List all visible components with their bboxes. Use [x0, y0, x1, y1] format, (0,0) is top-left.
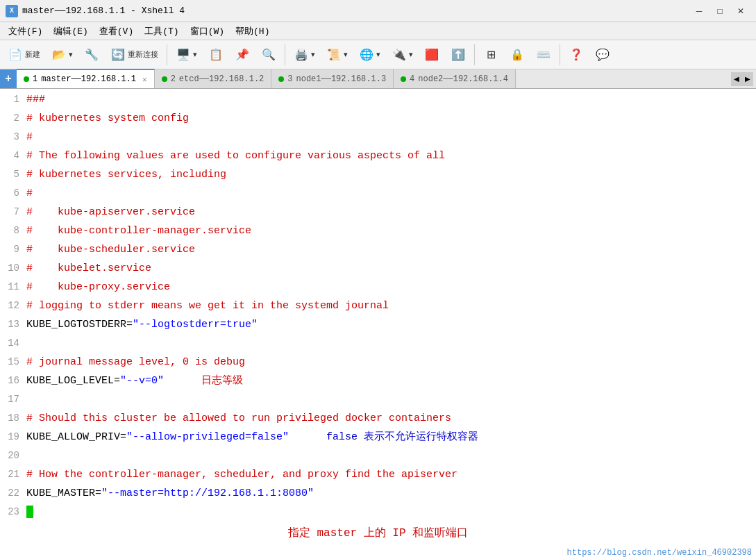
comment-text: # kube-apiserver.service [26, 206, 195, 218]
reconnect-button[interactable]: 🔄 重新连接 [106, 43, 163, 67]
tab-etcd[interactable]: 2 etcd——192.168.1.2 [155, 69, 272, 88]
bottom-annotation: 指定 master 上的 IP 和监听端口 [0, 522, 756, 544]
add-tab-button[interactable]: + [0, 69, 17, 88]
line-number: 2 [0, 109, 26, 128]
terminal[interactable]: 1###2# kubernetes system config3#4# The … [0, 89, 756, 546]
menu-edit[interactable]: 编辑(E) [48, 24, 93, 39]
minimize-button[interactable]: ─ [689, 3, 709, 19]
script-icon: 📜 [326, 47, 342, 62]
keyboard-icon: ⌨️ [536, 47, 551, 62]
find-icon: 🔍 [261, 47, 276, 62]
menu-window[interactable]: 窗口(W) [185, 24, 230, 39]
terminal-line: 22KUBE_MASTER="--master=http://192.168.1… [0, 484, 756, 503]
tab-next-button[interactable]: ▶ [742, 72, 753, 86]
line-content: # kubernetes system config [26, 109, 756, 128]
sftp-button[interactable]: 🟥 [419, 43, 444, 67]
line-number: 13 [0, 315, 26, 334]
comment-text: # kubelet.service [26, 262, 151, 274]
terminal-container: 1###2# kubernetes system config3#4# The … [0, 89, 756, 559]
line-content: # kube-apiserver.service [26, 203, 756, 222]
line-content: # kube-scheduler.service [26, 240, 756, 259]
line-number: 18 [0, 409, 26, 428]
tab-close-icon[interactable]: ✕ [142, 75, 147, 84]
line-number: 14 [0, 334, 26, 353]
comment-text: # kubernetes system config [26, 112, 189, 124]
copy-button[interactable]: 📋 [203, 43, 228, 67]
comment-text: # [26, 187, 33, 199]
line-number: 3 [0, 128, 26, 147]
script-button[interactable]: 📜 ▾ [321, 43, 353, 67]
app-icon: X [6, 5, 18, 17]
line-number: 12 [0, 297, 26, 315]
plugin-button[interactable]: 🔌 ▾ [387, 43, 418, 67]
comment-text: # kube-proxy.service [26, 281, 170, 293]
tab-label: master——192.168.1.1 [41, 74, 136, 84]
tab-node2[interactable]: 4 node2——192.168.1.4 [394, 69, 516, 88]
open-button[interactable]: 📂 ▾ [47, 43, 78, 67]
menu-file[interactable]: 文件(F) [3, 24, 48, 39]
comment-text: # kube-scheduler.service [26, 244, 195, 256]
value-text: "--master=http://192.168.1.1:8080" [101, 487, 314, 499]
terminal-line: 13KUBE_LOGTOSTDERR="--logtostderr=true" [0, 315, 756, 334]
find-button[interactable]: 🔍 [256, 43, 281, 67]
tab-dot [278, 76, 284, 82]
print-button[interactable]: 🖨️ ▾ [289, 43, 320, 67]
line-number: 10 [0, 259, 26, 278]
line-number: 15 [0, 353, 26, 372]
comment-text: # Should this cluster be allowed to run … [26, 412, 451, 424]
tab-node1[interactable]: 3 node1——192.168.1.3 [271, 69, 394, 88]
window-title: master——192.168.1.1 - Xshell 4 [22, 6, 689, 16]
terminal-line: 6# [0, 184, 756, 203]
close-button[interactable]: ✕ [731, 3, 750, 19]
open-icon: 📂 [51, 47, 67, 62]
line-content: KUBE_LOG_LEVEL="--v=0" 日志等级 [26, 372, 756, 390]
separator-1 [167, 44, 167, 65]
terminal-line: 16KUBE_LOG_LEVEL="--v=0" 日志等级 [0, 372, 756, 390]
new-button[interactable]: 📄 新建 [3, 43, 45, 67]
tab-prev-button[interactable]: ◀ [731, 72, 742, 86]
chat-button[interactable]: 💬 [590, 43, 615, 67]
paste-button[interactable]: 📌 [230, 43, 255, 67]
keyboard-button[interactable]: ⌨️ [531, 43, 556, 67]
menu-view[interactable]: 查看(V) [94, 24, 139, 39]
globe-button[interactable]: 🌐 ▾ [354, 43, 385, 67]
grid-icon: ⊞ [483, 47, 498, 62]
line-number: 21 [0, 465, 26, 484]
print-icon: 🖨️ [294, 47, 309, 62]
line-number: 1 [0, 90, 26, 109]
comment-text: # [26, 131, 33, 143]
line-number: 4 [0, 147, 26, 165]
tab-num: 4 [410, 74, 414, 84]
title-bar: X master——192.168.1.1 - Xshell 4 ─ □ ✕ [0, 0, 756, 22]
reconnect-icon: 🔄 [110, 47, 126, 62]
menu-tools[interactable]: 工具(T) [139, 24, 184, 39]
line-number: 11 [0, 278, 26, 297]
lock-icon: 🔒 [510, 47, 525, 62]
grid-button[interactable]: ⊞ [478, 43, 503, 67]
tab-master[interactable]: 1 master——192.168.1.1 ✕ [17, 69, 155, 88]
tab-navigation: ◀ ▶ [728, 69, 756, 88]
line-number: 20 [0, 447, 26, 465]
plugin-icon: 🔌 [392, 47, 407, 62]
tab-num: 1 [33, 74, 37, 84]
terminal-line: 2# kubernetes system config [0, 109, 756, 128]
line-content: # logging to stderr means we get it in t… [26, 297, 756, 315]
transfer-button[interactable]: ⬆️ [446, 43, 471, 67]
tab-label: node1——192.168.1.3 [296, 74, 386, 84]
properties-button[interactable]: 🔧 [79, 43, 104, 67]
terminal-line: 14 [0, 334, 756, 353]
key-text: KUBE_LOGTOSTDERR= [26, 319, 133, 331]
separator-2 [285, 44, 285, 65]
comment-text: # journal message level, 0 is debug [26, 356, 245, 368]
menu-help[interactable]: 帮助(H) [230, 24, 275, 39]
line-content: KUBE_ALLOW_PRIV="--allow-privileged=fals… [26, 428, 756, 447]
terminal-line: 21# How the controller-manager, schedule… [0, 465, 756, 484]
line-content: # The following values are used to confi… [26, 147, 756, 165]
session-button[interactable]: 🖥️ ▾ [171, 43, 202, 67]
tab-num: 2 [171, 74, 176, 84]
maximize-button[interactable]: □ [710, 3, 730, 19]
help-button[interactable]: ❓ [564, 43, 589, 67]
new-icon: 📄 [8, 47, 23, 62]
lock-button[interactable]: 🔒 [505, 43, 530, 67]
value-text: "--logtostderr=true" [133, 319, 258, 331]
